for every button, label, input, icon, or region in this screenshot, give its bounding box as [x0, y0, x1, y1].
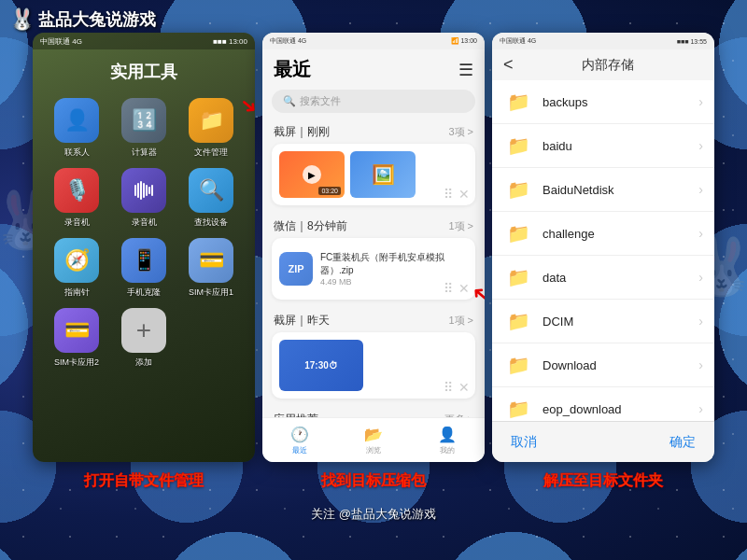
app-calculator[interactable]: 🔢 计算器: [115, 98, 173, 159]
watermark-top: 🐰 盐品大兔说游戏: [9, 7, 156, 32]
folder-data[interactable]: 📁 data ›: [492, 256, 714, 300]
folder-dcim[interactable]: 📁 DCIM ›: [492, 300, 714, 343]
search-bar[interactable]: 🔍 搜索文件: [272, 90, 475, 113]
folder-data-icon: 📁: [503, 264, 533, 290]
folder-baidunetdisk[interactable]: 📁 BaiduNetdisk ›: [492, 168, 714, 212]
app-sim1[interactable]: 💳 SIM卡应用1: [182, 238, 240, 299]
app-sim2[interactable]: 💳 SIM卡应用2: [48, 308, 106, 369]
app-add[interactable]: + 添加: [115, 308, 173, 369]
voice-recorder-icon: 🎙️: [54, 168, 99, 213]
section-wechat: 微信｜8分钟前 1项 >: [262, 211, 485, 238]
content-area: 中国联通 4G ■■■ 13:00 实用工具 👤 联系人 🔢 计算器 📁: [0, 28, 747, 560]
sim1-icon: 💳: [189, 238, 233, 283]
screenshots-card[interactable]: ▶ 03:20 🖼️ ⠿ ✕: [272, 144, 475, 205]
caption-step2: 找到目标压缩包: [262, 471, 485, 491]
wechat-file-card[interactable]: ZIP FC重装机兵（附手机安卓模拟器）.zip 4.49 MB ➜ ⠿ ✕: [272, 238, 475, 300]
folder-dcim-icon: 📁: [503, 308, 533, 334]
folder-list: 📁 backups › 📁 baidu › 📁 BaiduNetdisk › 📁…: [492, 80, 714, 426]
play-button: ▶: [303, 165, 321, 184]
arrow-to-filemanager: ➜: [234, 91, 255, 119]
find-device-icon: 🔍: [189, 168, 233, 213]
file-name: FC重装机兵（附手机安卓模拟器）.zip: [320, 251, 468, 277]
app-contacts[interactable]: 👤 联系人: [48, 98, 106, 159]
app-voice-recorder[interactable]: 🎙️ 录音机: [48, 168, 106, 229]
svg-rect-5: [148, 187, 150, 194]
folder-baidu-icon: 📁: [503, 133, 533, 159]
phone3-status-bar: 中国联通 4G ■■■ 13:55: [492, 33, 714, 49]
folder-baidu[interactable]: 📁 baidu ›: [492, 124, 714, 168]
rabbit-icon: 🐰: [9, 7, 35, 32]
caption-step1: 打开自带文件管理: [33, 471, 255, 491]
section-yesterday: 截屏｜昨天 1项 >: [262, 305, 485, 332]
svg-rect-3: [143, 183, 145, 198]
phone2-screen: 中国联通 4G 📶 13:00 最近 ☰ 🔍 搜索文件 截屏｜刚刚 3项 > ▶: [262, 33, 485, 462]
section-screenshots: 截屏｜刚刚 3项 >: [262, 117, 485, 144]
audio-icon: [121, 168, 166, 213]
phone3-screen: 中国联通 4G ■■■ 13:55 < 内部存储 📁 backups › 📁 b…: [492, 33, 714, 462]
folder-download[interactable]: 📁 Download ›: [492, 343, 714, 387]
sim2-icon: 💳: [54, 308, 99, 353]
phone3-header: < 内部存储: [492, 49, 714, 80]
svg-rect-4: [146, 185, 148, 196]
card-actions-1: ⠿ ✕: [444, 187, 470, 202]
media-thumb-2: 🖼️: [350, 151, 416, 198]
folder-download-icon: 📁: [503, 352, 533, 378]
app-file-manager[interactable]: 📁 文件管理 ➜: [182, 98, 240, 159]
svg-rect-6: [151, 185, 153, 196]
card-actions-2: ⠿ ✕: [444, 281, 470, 296]
media-row: ▶ 03:20 🖼️: [279, 151, 468, 198]
folder-challenge-icon: 📁: [503, 220, 533, 246]
app-compass[interactable]: 🧭 指南针: [48, 238, 106, 299]
add-icon: +: [121, 308, 166, 353]
captions-row: 打开自带文件管理 找到目标压缩包 解压至目标文件夹: [0, 471, 747, 491]
search-icon: 🔍: [283, 95, 296, 107]
phone3-path: 内部存储: [582, 57, 634, 74]
phones-row: 中国联通 4G ■■■ 13:00 实用工具 👤 联系人 🔢 计算器 📁: [28, 33, 719, 462]
search-placeholder: 搜索文件: [300, 94, 341, 108]
folder-challenge[interactable]: 📁 challenge ›: [492, 212, 714, 256]
folder-eop-icon: 📁: [503, 396, 533, 422]
app-find-device[interactable]: 🔍 查找设备: [182, 168, 240, 229]
cancel-button[interactable]: 取消: [511, 434, 537, 451]
contacts-icon: 👤: [54, 98, 99, 143]
phone-clone-icon: 📱: [121, 238, 166, 283]
recent-nav-icon: 🕐: [290, 426, 309, 443]
nav-recent[interactable]: 🕐 最近: [262, 426, 336, 455]
nav-mine[interactable]: 👤 我的: [411, 426, 485, 455]
folder-baidunetdisk-icon: 📁: [503, 176, 533, 203]
folder-eop-download[interactable]: 📁 eop_download ›: [492, 387, 714, 426]
phone1-status-bar: 中国联通 4G ■■■ 13:00: [33, 33, 255, 49]
app-audio[interactable]: 录音机: [115, 168, 173, 229]
phone1-screen: 中国联通 4G ■■■ 13:00 实用工具 👤 联系人 🔢 计算器 📁: [33, 33, 255, 462]
phone2-title: 最近: [274, 57, 311, 82]
mine-nav-icon: 👤: [438, 426, 457, 443]
phone2-header: 最近 ☰: [262, 49, 485, 86]
phone2-status-bar: 中国联通 4G 📶 13:00: [262, 33, 485, 49]
phone2-nav: 🕐 最近 📂 浏览 👤 我的: [262, 417, 485, 462]
phone3-bottom-bar: 取消 确定: [492, 421, 714, 462]
folder-backups[interactable]: 📁 backups ›: [492, 80, 714, 124]
file-manager-icon: 📁: [189, 98, 233, 143]
media-thumb-1: ▶ 03:20: [279, 151, 345, 198]
screenshot-thumb: 17:30⏱: [279, 340, 363, 391]
app-phone-clone[interactable]: 📱 手机克隆: [115, 238, 173, 299]
confirm-button[interactable]: 确定: [669, 434, 696, 451]
folder-backups-icon: 📁: [503, 89, 533, 115]
browse-nav-icon: 📂: [364, 426, 383, 443]
phone2-menu-icon[interactable]: ☰: [458, 60, 473, 80]
svg-rect-2: [140, 181, 142, 200]
compass-icon: 🧭: [54, 238, 99, 283]
yesterday-card[interactable]: 17:30⏱ ⠿ ✕: [272, 332, 475, 399]
calculator-icon: 🔢: [121, 98, 166, 143]
watermark-bottom: 关注 @盐品大兔说游戏: [311, 506, 436, 523]
svg-rect-0: [134, 185, 136, 196]
zip-icon: ZIP: [279, 252, 313, 286]
svg-rect-1: [137, 183, 139, 198]
phone1-title: 实用工具: [33, 49, 255, 91]
card-actions-3: ⠿ ✕: [444, 380, 470, 395]
nav-browse[interactable]: 📂 浏览: [336, 426, 410, 455]
file-row: ZIP FC重装机兵（附手机安卓模拟器）.zip 4.49 MB: [279, 245, 468, 292]
screenshot-inner: 17:30⏱: [279, 340, 468, 391]
back-button[interactable]: <: [503, 55, 514, 75]
apps-grid: 👤 联系人 🔢 计算器 📁 文件管理 ➜ 🎙️: [33, 91, 255, 376]
